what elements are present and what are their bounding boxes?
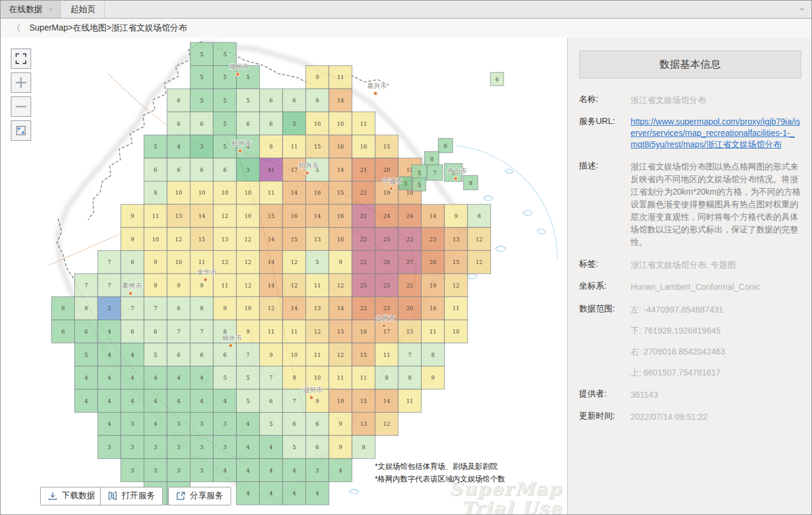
grid-cell-value: 5 [200,74,204,80]
grid-cell-value: 13 [453,237,460,243]
map-canvas[interactable]: 5555591165556681466566510101154354811151… [1,38,567,515]
grid-cell-value: 17 [383,329,390,335]
grid-cell-value: 6 [131,329,134,335]
service-url-link[interactable]: https://www.supermapol.com/proxy/igjb79i… [631,116,801,150]
zoom-in-button[interactable] [11,72,31,93]
extent-top: 上: 6601507.754781617 [631,368,801,378]
chevron-down-icon[interactable]: ⌄ [799,3,805,12]
grid-cell-value: 25 [360,283,367,289]
grid-cell-value: 10 [222,190,229,196]
grid-cell-value: 7 [200,329,204,335]
share-icon [176,491,186,501]
grid-cell-value: 4 [246,444,250,450]
grid-cell-value: 11 [291,144,298,150]
grid-cell-value: 13 [314,305,321,311]
grid-cell-value: 14 [429,213,437,219]
tags-value: 浙江省文娱场馆分布, 专题图 [631,259,801,271]
grid-cell-value: 6 [200,167,204,173]
grid-cell-value: 5 [269,421,273,427]
grid-cell-value: 8 [316,98,319,104]
grid-cell-value: 13 [360,421,367,427]
grid-cell-value: 6 [223,167,227,173]
grid-cell-value: 12 [475,259,482,265]
grid-cell-value: 9 [455,213,458,219]
city-marker-dot [374,92,377,95]
share-service-button[interactable]: 分享服务 [168,487,231,505]
grid-cell-value: 8 [154,190,157,196]
grid-cell-value: 14 [268,259,275,265]
grid-cell-value: 17 [291,167,298,173]
city-label: 丽水市 [222,334,242,341]
grid-cell-value: 3 [108,444,111,450]
provider-value: 361143 [631,389,801,401]
grid-cell-value: 12 [291,283,298,289]
heatmap-grid-map: 5555591165556681466566510101154354811151… [1,38,567,515]
download-data-button[interactable]: 下载数据 [40,487,103,505]
city-marker-dot [382,324,386,328]
grid-cell-value: 3 [200,444,204,450]
updated-value: 2022/07/14 09:51:22 [631,411,801,423]
grid-cell-value: 7 [408,352,411,358]
city-label: 舟山市 [447,167,467,174]
close-icon[interactable]: × [49,5,53,14]
grid-cell-value: 9 [431,375,435,381]
grid-cell-value: 4 [84,398,88,404]
grid-cell-value: 8 [131,259,134,265]
open-service-button[interactable]: 打开服务 [100,487,163,505]
grid-cell-value: 8 [84,305,88,311]
grid-cell-value: 5 [154,352,157,358]
grid-cell-value: 7 [269,375,273,381]
grid-cell-value: 16 [314,190,321,196]
grid-cell-value: 5 [223,121,227,127]
plus-icon [15,77,27,89]
download-icon [48,491,57,501]
zoom-out-button[interactable] [11,96,31,117]
grid-cell-value: 14 [268,237,275,243]
tab-start-page[interactable]: 起始页 [62,1,105,18]
grid-cell-value: 5 [223,51,227,57]
share-service-label: 分享服务 [190,490,223,501]
grid-cell-value: 3 [246,167,250,173]
tab-online-data[interactable]: 在线数据 × [1,1,62,18]
grid-cell-value: 5 [223,375,227,381]
grid-cell-value: 16 [337,213,344,219]
grid-cell-value: 3 [177,444,180,450]
grid-cell-value: 6 [177,121,180,127]
grid-cell-value: 10 [244,213,252,219]
grid-cell-value: 14 [291,305,298,311]
minus-icon [15,101,27,113]
grid-cell-value: 12 [291,259,298,265]
grid-cell-value: 11 [291,329,298,335]
grid-cell-value: 22 [360,190,366,196]
back-icon[interactable]: 〈 [11,22,21,35]
grid-cell-value: 6 [177,98,180,104]
grid-cell-value: 11 [453,305,459,311]
grid-cell-value: 7 [84,283,88,289]
grid-cell-value: 3 [154,444,157,450]
city-marker-dot [310,396,313,399]
grid-cell-value: 5 [417,182,421,188]
grid-cell-value: 3 [154,468,157,474]
grid-cell-value: 15 [314,144,321,150]
grid-cell-value: 4 [269,490,273,496]
grid-cell-value: 5 [292,121,296,127]
grid-cell-value: 13 [337,329,344,335]
grid-cell-value: 11 [314,352,320,358]
grid-cell-value: 11 [360,121,366,127]
fullscreen-button[interactable] [11,49,31,69]
grid-cell-value: 15 [453,259,460,265]
grid-cell-value: 3 [404,181,407,187]
grid-cell-value: 4 [177,144,180,150]
city-label: 宁波市 [383,177,402,184]
city-marker-dot [238,149,242,153]
grid-cell-value: 4 [154,398,157,404]
name-value: 浙江省文娱场馆分布 [631,94,801,106]
grid-cell-value: 6 [316,444,319,450]
grid-cell-value: 10 [175,190,183,196]
grid-cell-value: 4 [292,468,296,474]
restore-extent-button[interactable] [11,120,31,141]
grid-cell-value: 12 [337,283,344,289]
restore-extent-icon [15,125,27,137]
grid-cell-value: 11 [407,398,413,404]
grid-cell-value: 11 [429,329,436,335]
